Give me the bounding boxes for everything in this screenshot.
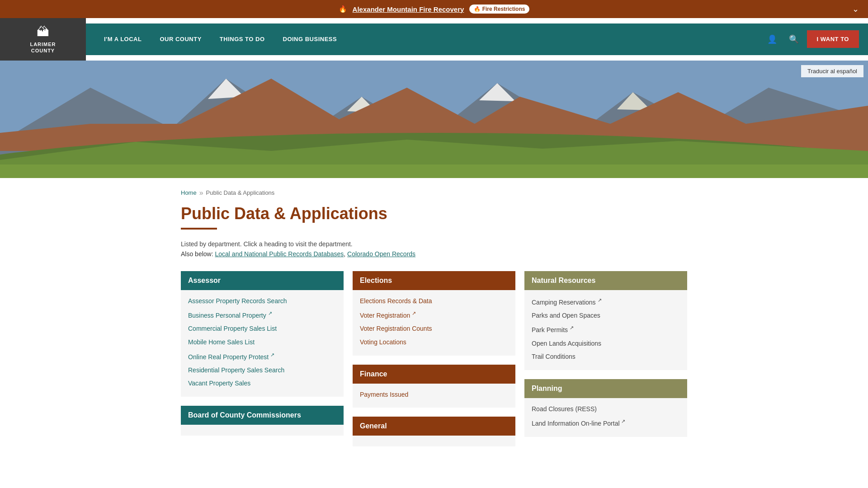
elections-header[interactable]: Elections — [353, 271, 515, 290]
badge-text: 🔥 Fire Restrictions — [474, 6, 525, 12]
intro-line1: Listed by department. Click a heading to… — [181, 240, 687, 248]
assessor-card: Assessor Assessor Property Records Searc… — [181, 271, 344, 397]
finance-card: Finance Payments Issued — [353, 365, 515, 408]
nav-icons: 👤 🔍 I WANT TO — [764, 30, 859, 48]
alert-chevron-icon[interactable]: ⌄ — [852, 4, 859, 14]
planning-card: Planning Road Closures (RESS) Land Infor… — [524, 379, 687, 437]
voter-registration-counts[interactable]: Voter Registration Counts — [360, 322, 508, 336]
cards-grid: Assessor Assessor Property Records Searc… — [181, 271, 687, 447]
translate-button[interactable]: Traducir al español — [801, 65, 863, 77]
assessor-body: Assessor Property Records Search Busines… — [181, 290, 344, 397]
assessor-property-records-search[interactable]: Assessor Property Records Search — [188, 295, 336, 308]
column-3: Natural Resources Camping Reservations ↗… — [524, 271, 687, 437]
title-underline — [181, 228, 217, 230]
park-permits[interactable]: Park Permits ↗ — [532, 322, 680, 337]
assessor-header[interactable]: Assessor — [181, 271, 344, 290]
finance-header[interactable]: Finance — [353, 365, 515, 384]
page-title: Public Data & Applications — [181, 204, 687, 223]
svg-rect-9 — [0, 164, 868, 178]
account-icon[interactable]: 👤 — [764, 31, 781, 48]
board-commissioners-card: Board of County Commissioners — [181, 406, 344, 436]
breadcrumb-home[interactable]: Home — [181, 189, 197, 196]
logo-area: 🏔 LARIMER COUNTY — [0, 18, 86, 61]
general-header[interactable]: General — [353, 417, 515, 436]
fire-icon: 🔥 — [339, 5, 347, 13]
hero-image: Traducir al español — [0, 61, 868, 178]
residential-property-sales-search[interactable]: Residential Property Sales Search — [188, 364, 336, 377]
open-lands-acquisitions[interactable]: Open Lands Acquisitions — [532, 337, 680, 351]
main-nav: I'M A LOCAL OUR COUNTY THINGS TO DO DOIN… — [86, 23, 868, 55]
intro-line2: Also below: Local and National Public Re… — [181, 250, 687, 258]
trail-conditions[interactable]: Trail Conditions — [532, 350, 680, 364]
natural-resources-card: Natural Resources Camping Reservations ↗… — [524, 271, 687, 370]
breadcrumb-current: Public Data & Applications — [206, 189, 275, 196]
nav-our-county[interactable]: OUR COUNTY — [151, 25, 210, 53]
elections-body: Elections Records & Data Voter Registrat… — [353, 290, 515, 356]
board-commissioners-header[interactable]: Board of County Commissioners — [181, 406, 344, 425]
land-info-portal[interactable]: Land Information On-line Portal ↗ — [532, 416, 680, 430]
search-icon[interactable]: 🔍 — [785, 31, 802, 48]
column-1: Assessor Assessor Property Records Searc… — [181, 271, 344, 436]
nav-things-to-do[interactable]: THINGS TO DO — [211, 25, 274, 53]
finance-body: Payments Issued — [353, 384, 515, 408]
general-body — [353, 436, 515, 446]
commercial-property-sales-list[interactable]: Commercial Property Sales List — [188, 322, 336, 336]
online-real-property-protest[interactable]: Online Real Property Protest ↗ — [188, 349, 336, 364]
column-2: Elections Elections Records & Data Voter… — [353, 271, 515, 447]
main-content: Home » Public Data & Applications Public… — [163, 178, 705, 474]
voter-registration[interactable]: Voter Registration ↗ — [360, 308, 508, 322]
general-card: General — [353, 417, 515, 446]
mobile-home-sales-list[interactable]: Mobile Home Sales List — [188, 336, 336, 349]
colorado-open-records-link[interactable]: Colorado Open Records — [347, 250, 415, 258]
planning-body: Road Closures (RESS) Land Information On… — [524, 398, 687, 437]
natural-resources-body: Camping Reservations ↗ Parks and Open Sp… — [524, 290, 687, 370]
alert-banner: 🔥 Alexander Mountain Fire Recovery 🔥 Fir… — [0, 0, 868, 18]
board-commissioners-body — [181, 425, 344, 436]
site-header: 🏔 LARIMER COUNTY I'M A LOCAL OUR COUNTY … — [0, 18, 868, 61]
vacant-property-sales[interactable]: Vacant Property Sales — [188, 377, 336, 390]
nav-im-a-local[interactable]: I'M A LOCAL — [95, 25, 151, 53]
planning-header[interactable]: Planning — [524, 379, 687, 398]
business-personal-property[interactable]: Business Personal Property ↗ — [188, 308, 336, 322]
fire-restrictions-badge[interactable]: 🔥 Fire Restrictions — [469, 5, 529, 14]
camping-reservations[interactable]: Camping Reservations ↗ — [532, 295, 680, 309]
road-closures[interactable]: Road Closures (RESS) — [532, 403, 680, 416]
nav-doing-business[interactable]: DOING BUSINESS — [274, 25, 346, 53]
fire-recovery-link[interactable]: Alexander Mountain Fire Recovery — [353, 5, 464, 13]
breadcrumb-separator: » — [199, 189, 203, 197]
logo-mountain-icon: 🏔 — [37, 24, 49, 39]
elections-card: Elections Elections Records & Data Voter… — [353, 271, 515, 356]
payments-issued[interactable]: Payments Issued — [360, 388, 508, 402]
parks-and-open-spaces[interactable]: Parks and Open Spaces — [532, 309, 680, 323]
logo-text: LARIMER COUNTY — [30, 41, 56, 54]
voting-locations[interactable]: Voting Locations — [360, 336, 508, 349]
breadcrumb: Home » Public Data & Applications — [181, 189, 687, 197]
elections-records-data[interactable]: Elections Records & Data — [360, 295, 508, 308]
local-public-records-link[interactable]: Local and National Public Records Databa… — [215, 250, 344, 258]
natural-resources-header[interactable]: Natural Resources — [524, 271, 687, 290]
i-want-to-button[interactable]: I WANT TO — [807, 30, 859, 48]
